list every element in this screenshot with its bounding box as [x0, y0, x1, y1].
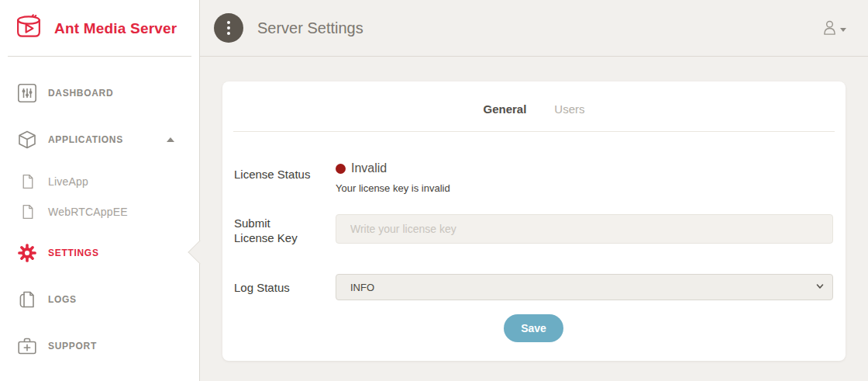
sidebar-divider	[8, 56, 191, 57]
applications-icon	[17, 130, 37, 150]
sidebar-item-label: LiveApp	[48, 175, 88, 188]
settings-form: License Status Invalid Your license key …	[222, 132, 846, 342]
license-status-message: Your license key is invalid	[336, 182, 833, 194]
submit-license-row: Submit License Key	[234, 214, 833, 245]
tab-general[interactable]: General	[481, 102, 528, 116]
chevron-down-icon	[840, 28, 846, 32]
submit-license-label: Submit License Key	[234, 214, 336, 245]
sidebar-nav: DASHBOARD APPLICATIONS LiveApp	[0, 78, 199, 362]
file-icon	[22, 204, 34, 220]
log-status-label: Log Status	[234, 280, 336, 295]
log-status-row: Log Status INFO	[234, 274, 833, 300]
menu-dots-button[interactable]	[214, 13, 243, 43]
sidebar-item-label: SETTINGS	[48, 248, 99, 258]
logs-icon	[17, 289, 37, 310]
save-row: Save	[234, 314, 833, 342]
sidebar-item-logs[interactable]: LOGS	[0, 284, 199, 315]
sidebar-item-support[interactable]: SUPPORT	[0, 331, 199, 362]
sidebar-item-label: LOGS	[48, 294, 77, 305]
file-icon	[22, 174, 34, 189]
brand-logo-row[interactable]: Ant Media Server	[0, 0, 199, 56]
sidebar-item-dashboard[interactable]: DASHBOARD	[0, 78, 199, 109]
sidebar-item-label: DASHBOARD	[48, 88, 113, 99]
sidebar-item-settings[interactable]: SETTINGS	[0, 237, 199, 268]
user-menu-button[interactable]	[822, 19, 846, 36]
main-area: Server Settings General Users License St…	[200, 0, 868, 381]
license-status-row: License Status Invalid Your license key …	[234, 161, 833, 194]
ellipsis-dot	[227, 21, 230, 24]
dashboard-icon	[17, 83, 37, 103]
save-button[interactable]: Save	[504, 314, 563, 342]
sidebar-item-label: WebRTCAppEE	[48, 206, 128, 218]
ellipsis-dot	[227, 26, 230, 29]
server-settings-card: General Users License Status Invalid You…	[222, 81, 846, 361]
status-text: Invalid	[351, 161, 387, 175]
sidebar: Ant Media Server DASHBOARD	[0, 0, 200, 381]
license-status-label: License Status	[234, 161, 336, 182]
sidebar-item-applications[interactable]: APPLICATIONS	[0, 124, 199, 155]
tab-users[interactable]: Users	[553, 102, 586, 116]
settings-tabs: General Users	[222, 81, 846, 116]
collapse-caret-icon	[167, 137, 174, 142]
sidebar-item-label: SUPPORT	[48, 341, 97, 352]
brand-name: Ant Media Server	[54, 20, 177, 37]
support-icon	[17, 337, 37, 355]
sidebar-item-label: APPLICATIONS	[48, 134, 123, 145]
top-bar: Server Settings	[200, 0, 868, 57]
ellipsis-dot	[227, 32, 230, 35]
page-title: Server Settings	[257, 19, 363, 37]
gear-icon	[17, 241, 37, 265]
user-icon	[822, 19, 838, 36]
sidebar-item-webrtcappee[interactable]: WebRTCAppEE	[0, 200, 199, 223]
license-key-input[interactable]	[336, 214, 833, 244]
ant-media-logo-icon	[12, 14, 45, 43]
sidebar-item-liveapp[interactable]: LiveApp	[0, 170, 199, 193]
status-dot-icon	[336, 164, 346, 174]
license-status-value: Invalid	[336, 161, 833, 175]
log-level-select[interactable]: INFO	[336, 274, 833, 300]
